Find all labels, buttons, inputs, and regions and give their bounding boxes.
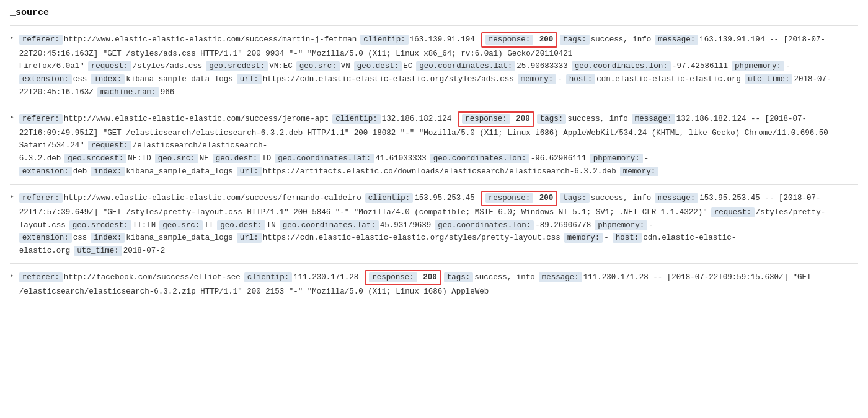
field-value: kibana_sample_data_logs xyxy=(126,167,233,176)
field-label: phpmemory: xyxy=(732,61,784,71)
field-value: css xyxy=(73,75,87,84)
field-value: - xyxy=(557,75,562,84)
field-value: - xyxy=(644,154,649,163)
field-label: request: xyxy=(88,141,131,150)
response-badge: response: 200 xyxy=(365,270,441,285)
field-label: clientip: xyxy=(244,272,293,282)
field-value: EC xyxy=(403,62,412,71)
field-value: IN xyxy=(267,221,276,230)
field-label: referer: xyxy=(19,193,63,203)
field-value: - xyxy=(604,233,609,242)
field-value: VN:EC xyxy=(269,62,293,71)
field-value: http://facebook.com/success/elliot-see xyxy=(64,273,241,282)
field-value: 25.90683333 xyxy=(516,62,568,71)
field-label: geo.coordinates.lon: xyxy=(572,61,671,71)
field-value: -96.62986111 xyxy=(531,154,587,163)
field-label: clientip: xyxy=(365,193,414,203)
record-content: referer:http://www.elastic-elastic-elast… xyxy=(19,191,858,257)
field-label: phpmemory: xyxy=(595,220,647,230)
field-value: -89.26906778 xyxy=(535,221,591,230)
field-label: geo.src: xyxy=(159,220,203,230)
field-label: geo.dest: xyxy=(213,154,261,163)
field-value: IT xyxy=(204,221,213,230)
field-value: deb xyxy=(73,167,87,176)
field-label: machine.ram: xyxy=(97,87,159,97)
field-label: index: xyxy=(91,167,125,176)
field-label: referer: xyxy=(19,35,63,45)
field-label: tags: xyxy=(560,35,590,45)
field-label: host: xyxy=(613,233,642,243)
field-label: message: xyxy=(655,35,698,45)
field-value: /styles/ads.css xyxy=(133,62,203,71)
field-value: css xyxy=(73,233,87,242)
record-content: referer:http://www.elastic-elastic-elast… xyxy=(19,111,858,178)
field-label: extension: xyxy=(19,233,72,243)
field-label: geo.coordinates.lon: xyxy=(435,220,534,230)
field-label: message: xyxy=(655,193,698,203)
field-label: clientip: xyxy=(360,35,409,45)
field-label: referer: xyxy=(19,272,63,282)
table-row: ▸referer:http://www.elastic-elastic-elas… xyxy=(10,105,858,184)
response-badge: response: 200 xyxy=(481,32,558,48)
field-label: tags: xyxy=(444,272,474,282)
field-value: 41.61033333 xyxy=(375,154,427,163)
field-value: NE:ID xyxy=(128,154,151,163)
field-value: https://cdn.elastic-elastic-elastic.org/… xyxy=(263,233,560,242)
field-value: -97.42586111 xyxy=(672,62,728,71)
field-label: memory: xyxy=(518,74,557,84)
field-label: message: xyxy=(632,114,675,124)
field-label: request: xyxy=(711,207,755,217)
field-label: memory: xyxy=(564,233,603,243)
field-value: success, info xyxy=(474,273,535,282)
field-label: clientip: xyxy=(332,114,381,124)
field-label: geo.srcdest: xyxy=(64,154,126,163)
field-value: VN xyxy=(341,62,350,71)
expand-arrow-icon[interactable]: ▸ xyxy=(10,33,14,41)
field-value: 132.186.182.124 xyxy=(382,115,452,123)
field-value: http://www.elastic-elastic-elastic.com/s… xyxy=(64,35,357,44)
field-label: url: xyxy=(237,233,262,243)
field-label: geo.coordinates.lon: xyxy=(430,154,529,163)
field-label: response: xyxy=(462,114,510,124)
field-value: https://cdn.elastic-elastic-elastic.org/… xyxy=(263,75,514,84)
field-label: geo.srcdest: xyxy=(206,61,268,71)
field-value: ID xyxy=(262,154,271,163)
field-value: IT:IN xyxy=(133,221,156,230)
field-value: 966 xyxy=(161,88,175,97)
field-value: - xyxy=(649,221,653,230)
field-value: 163.139.91.194 xyxy=(410,35,475,44)
field-label: referer: xyxy=(19,114,63,124)
field-label: response: xyxy=(485,35,534,45)
field-value: 153.95.253.45 xyxy=(414,194,475,202)
table-row: ▸referer:http://facebook.com/success/ell… xyxy=(10,263,858,304)
table-row: ▸referer:http://www.elastic-elastic-elas… xyxy=(10,25,858,105)
field-label: phpmemory: xyxy=(590,154,643,163)
field-label: geo.coordinates.lat: xyxy=(416,61,515,71)
field-label: tags: xyxy=(560,193,590,203)
field-value: 111.230.171.28 xyxy=(293,273,358,282)
field-value: cdn.elastic-elastic-elastic.org xyxy=(596,75,741,84)
page-header: _source xyxy=(10,7,858,18)
field-value: success, info xyxy=(567,115,628,123)
expand-arrow-icon[interactable]: ▸ xyxy=(10,192,14,200)
field-label: response: xyxy=(369,272,417,282)
field-value: 45.93179639 xyxy=(380,221,432,230)
field-label: request: xyxy=(88,61,131,71)
field-label: response: xyxy=(485,193,534,203)
field-label: utc_time: xyxy=(745,74,793,84)
field-value: kibana_sample_data_logs xyxy=(126,233,233,242)
field-value: - xyxy=(786,62,790,71)
field-label: geo.srcdest: xyxy=(69,220,131,230)
field-label: geo.coordinates.lat: xyxy=(275,154,374,163)
field-value: https://artifacts.elastic.co/downloads/e… xyxy=(263,167,616,176)
field-label: geo.dest: xyxy=(217,220,265,230)
record-content: referer:http://www.elastic-elastic-elast… xyxy=(19,32,858,98)
field-label: utc_time: xyxy=(74,246,122,256)
field-value: 2018-07-2 xyxy=(123,246,166,255)
expand-arrow-icon[interactable]: ▸ xyxy=(10,113,14,121)
field-label: tags: xyxy=(537,114,567,124)
response-badge: response: 200 xyxy=(481,191,558,206)
expand-arrow-icon[interactable]: ▸ xyxy=(10,271,14,279)
field-label: geo.dest: xyxy=(354,61,402,71)
field-value: kibana_sample_data_logs xyxy=(126,75,233,84)
